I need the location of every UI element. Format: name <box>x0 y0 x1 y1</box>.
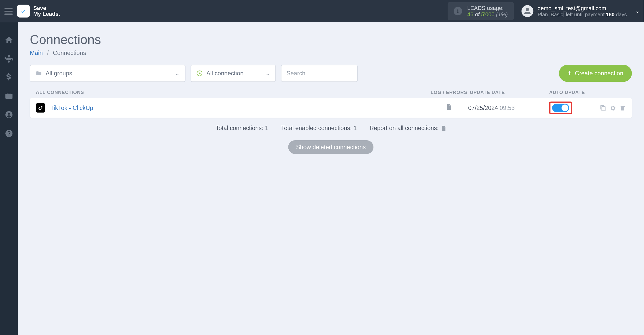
status-select[interactable]: All connection ⌄ <box>191 65 276 82</box>
enabled-connections-value: 1 <box>353 124 357 131</box>
search-input[interactable] <box>287 70 352 77</box>
user-email: demo_sml_test@gmail.com <box>538 5 627 11</box>
main-content: Connections Main / Connections All group… <box>18 22 644 335</box>
settings-button[interactable] <box>610 105 616 111</box>
breadcrumb-separator: / <box>45 49 51 56</box>
report-label: Report on all connections: <box>370 124 439 131</box>
groups-select-label: All groups <box>46 70 72 77</box>
leads-used: 46 <box>467 11 473 18</box>
document-icon <box>440 125 446 132</box>
breadcrumb-current: Connections <box>53 49 86 56</box>
chevron-down-icon: ⌄ <box>175 70 180 77</box>
auto-update-toggle[interactable] <box>552 104 569 112</box>
col-auto-update: AUTO UPDATE <box>549 90 596 95</box>
log-button[interactable] <box>430 103 468 113</box>
chevron-down-icon[interactable]: ⌄ <box>635 8 640 14</box>
report-button[interactable] <box>440 125 446 132</box>
delete-button[interactable] <box>620 105 626 111</box>
search-box[interactable] <box>281 65 358 82</box>
leads-usage-label: LEADS usage: <box>467 5 508 11</box>
nav-briefcase-icon[interactable] <box>4 91 14 101</box>
enabled-connections-label: Total enabled connections: <box>281 124 352 131</box>
table-header: ALL CONNECTIONS LOG / ERRORS UPDATE DATE… <box>30 86 632 98</box>
status-select-label: All connection <box>206 70 244 77</box>
check-icon <box>20 8 27 14</box>
folder-icon <box>35 70 42 76</box>
connection-row: TikTok - ClickUp 07/25/2024 09:53 <box>30 98 632 118</box>
summary-row: Total connections: 1 Total enabled conne… <box>30 124 632 132</box>
update-date: 07/25/2024 09:53 <box>468 104 549 111</box>
breadcrumb: Main / Connections <box>30 49 632 56</box>
plus-icon: + <box>567 69 571 77</box>
chevron-down-icon: ⌄ <box>265 70 270 77</box>
breadcrumb-main-link[interactable]: Main <box>30 49 43 56</box>
top-header: Save My Leads. i LEADS usage: 46 of 5'00… <box>0 0 644 22</box>
nav-help-icon[interactable] <box>4 129 14 138</box>
user-plan: Plan |Basic| left until payment 160 days <box>538 11 627 17</box>
show-deleted-button[interactable]: Show deleted connections <box>288 141 373 154</box>
nav-billing-icon[interactable] <box>4 73 14 82</box>
hamburger-menu-icon[interactable] <box>4 8 13 15</box>
page-title: Connections <box>30 32 632 47</box>
col-update-date: UPDATE DATE <box>468 90 549 95</box>
total-connections-value: 1 <box>265 124 268 131</box>
info-icon: i <box>454 7 462 16</box>
groups-select[interactable]: All groups ⌄ <box>30 65 185 82</box>
brand-line1: Save <box>33 5 60 11</box>
total-connections-label: Total connections: <box>216 124 263 131</box>
leads-of: of <box>475 11 480 18</box>
create-connection-button[interactable]: + Create connection <box>559 65 632 82</box>
user-menu[interactable]: demo_sml_test@gmail.com Plan |Basic| lef… <box>521 5 627 17</box>
app-name: Save My Leads. <box>33 5 60 17</box>
play-circle-icon <box>196 70 203 77</box>
filter-row: All groups ⌄ All connection ⌄ + Create c… <box>30 65 632 82</box>
avatar-icon <box>521 5 533 17</box>
connection-name-link[interactable]: TikTok - ClickUp <box>50 104 430 111</box>
col-all-connections: ALL CONNECTIONS <box>36 90 430 95</box>
document-icon <box>445 103 452 111</box>
col-log-errors: LOG / ERRORS <box>430 90 468 95</box>
app-logo[interactable] <box>17 5 30 17</box>
nav-home-icon[interactable] <box>4 35 14 44</box>
gear-icon <box>610 105 616 111</box>
sidebar <box>0 22 18 335</box>
copy-icon <box>600 105 606 111</box>
copy-button[interactable] <box>600 105 606 111</box>
create-connection-label: Create connection <box>575 70 623 77</box>
brand-line2: My Leads. <box>33 11 60 17</box>
leads-usage-widget[interactable]: i LEADS usage: 46 of 5'000 (1%) <box>448 2 514 20</box>
auto-update-highlight <box>549 102 572 114</box>
nav-connections-icon[interactable] <box>4 54 14 63</box>
leads-total: 5'000 <box>481 11 495 18</box>
tiktok-icon <box>36 103 45 113</box>
nav-account-icon[interactable] <box>4 110 14 119</box>
trash-icon <box>620 105 626 111</box>
leads-pct: (1%) <box>496 11 508 18</box>
